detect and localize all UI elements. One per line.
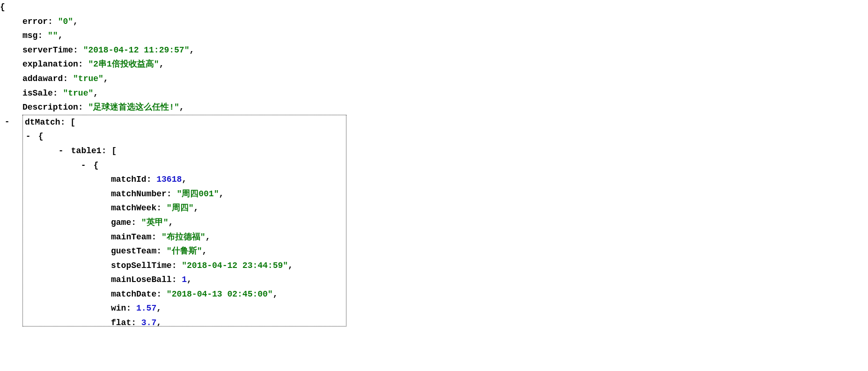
value: 1.57 (136, 304, 156, 313)
key: Description (22, 103, 78, 112)
brace-open: { (94, 161, 99, 170)
row-matchId: matchId:13618, (23, 172, 346, 187)
row-matchNumber: matchNumber:"周四001", (23, 187, 346, 201)
row-Description: Description:"足球迷首选这么任性!", (0, 100, 868, 115)
value: "0" (58, 17, 73, 26)
key: win (111, 304, 126, 313)
key: guestTeam (111, 246, 156, 256)
row-explanation: explanation:"2串1倍投收益高", (0, 57, 868, 72)
value: "英甲" (141, 218, 169, 227)
key: serverTime (22, 45, 73, 55)
row-win: win:1.57, (23, 301, 346, 316)
row-stopSellTime: stopSellTime:"2018-04-12 23:44:59", (23, 259, 346, 273)
row-mainTeam: mainTeam:"布拉德福", (23, 230, 346, 245)
bracket-open: [ (111, 146, 117, 156)
json-viewer: { error:"0", msg:"", serverTime:"2018-04… (0, 0, 868, 326)
value: 3.7 (141, 318, 156, 326)
collapse-toggle-dtMatch[interactable]: - (2, 115, 12, 129)
json-open: { (0, 0, 868, 15)
key: isSale (22, 89, 53, 98)
key: matchId (111, 175, 147, 184)
row-isSale: isSale:"true", (0, 86, 868, 101)
value: "周四" (167, 203, 194, 213)
key: error (22, 17, 48, 26)
collapse-toggle-table1-item[interactable]: - (78, 158, 88, 173)
brace-open: { (0, 2, 5, 12)
collapse-toggle-item[interactable]: - (23, 129, 33, 144)
value: 1 (182, 275, 187, 284)
key: matchNumber (111, 189, 167, 199)
row-dtMatch: dtMatch:[ (23, 115, 346, 130)
row-flat: flat:3.7, (23, 316, 346, 326)
value: "true" (73, 74, 103, 83)
dtMatch-item-open: - { (23, 129, 346, 144)
table1-item-open: - { (23, 158, 346, 173)
value: "2018-04-12 11:29:57" (83, 45, 190, 55)
row-mainLoseBall: mainLoseBall:1, (23, 273, 346, 287)
row-msg: msg:"", (0, 29, 868, 43)
row-addaward: addaward:"true", (0, 72, 868, 86)
row-matchDate: matchDate:"2018-04-13 02:45:00", (23, 287, 346, 302)
bracket-open: [ (70, 118, 75, 127)
value: "2串1倍投收益高" (88, 59, 159, 69)
row-matchWeek: matchWeek:"周四", (23, 201, 346, 215)
key: dtMatch (25, 118, 60, 127)
value: "布拉德福" (162, 232, 206, 242)
key: flat (111, 318, 131, 326)
value: "" (48, 31, 58, 40)
key: game (111, 218, 131, 227)
key: addaward (22, 74, 63, 83)
value: "2018-04-13 02:45:00" (167, 289, 273, 299)
row-error: error:"0", (0, 15, 868, 29)
row-serverTime: serverTime:"2018-04-12 11:29:57", (0, 43, 868, 58)
row-game: game:"英甲", (23, 215, 346, 230)
value: "足球迷首选这么任性!" (88, 103, 179, 112)
value: "什鲁斯" (167, 246, 202, 256)
row-guestTeam: guestTeam:"什鲁斯", (23, 244, 346, 259)
key: mainTeam (111, 232, 151, 242)
key: msg (22, 31, 37, 40)
value: "true" (63, 89, 93, 98)
value: "周四001" (177, 189, 219, 199)
key: explanation (22, 59, 78, 69)
brace-open: { (38, 132, 44, 141)
value: "2018-04-12 23:44:59" (182, 261, 288, 270)
collapse-toggle-table1[interactable]: - (56, 144, 66, 158)
row-table1: - table1:[ (23, 144, 346, 158)
key: stopSellTime (111, 261, 172, 270)
key: matchDate (111, 289, 156, 299)
key: mainLoseBall (111, 275, 172, 284)
key: table1 (71, 146, 102, 156)
key: matchWeek (111, 203, 156, 213)
value: 13618 (156, 175, 182, 184)
dtMatch-block: dtMatch:[ - { - table1:[ - { matchId:136… (22, 115, 346, 326)
